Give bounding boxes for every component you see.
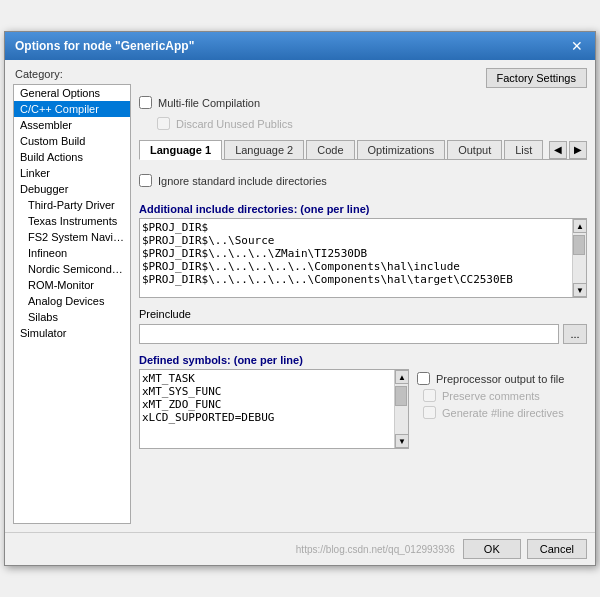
sidebar-item-texas[interactable]: Texas Instruments [14,213,130,229]
additional-include-section: Additional include directories: (one per… [139,197,587,298]
dialog-body: Category: General Options C/C++ Compiler… [5,60,595,532]
sidebar-item-rom-monitor[interactable]: ROM-Monitor [14,277,130,293]
sidebar: Category: General Options C/C++ Compiler… [13,68,131,524]
preinclude-label: Preinclude [139,308,587,320]
sidebar-item-build-actions[interactable]: Build Actions [14,149,130,165]
sidebar-item-general-options[interactable]: General Options [14,85,130,101]
scroll-down-btn[interactable]: ▼ [573,283,587,297]
defined-scroll-down-btn[interactable]: ▼ [395,434,409,448]
sidebar-item-debugger[interactable]: Debugger [14,181,130,197]
sidebar-item-assembler[interactable]: Assembler [14,117,130,133]
tab-navigation: ◀ ▶ [549,141,587,159]
watermark: https://blog.csdn.net/qq_012993936 [294,542,457,557]
main-panel: Factory Settings Multi-file Compilation … [139,68,587,524]
tabs-bar: Language 1 Language 2 Code Optimizations… [139,140,587,160]
defined-symbols-container: xMT_TASK xMT_SYS_FUNC xMT_ZDO_FUNC xLCD_… [139,369,409,449]
defined-scrollbar: ▲ ▼ [394,370,408,448]
tab-optimizations[interactable]: Optimizations [357,140,446,159]
factory-settings-button[interactable]: Factory Settings [486,68,587,88]
sidebar-item-fs2[interactable]: FS2 System Navig… [14,229,130,245]
dialog: Options for node "GenericApp" ✕ Category… [4,31,596,566]
ignore-row: Ignore standard include directories [139,174,587,187]
tab-code[interactable]: Code [306,140,354,159]
preprocessor-label: Preprocessor output to file [436,373,564,385]
preinclude-section: Preinclude ... [139,308,587,344]
preinclude-row: ... [139,324,587,344]
preserve-comments-checkbox[interactable] [423,389,436,402]
sidebar-item-third-party[interactable]: Third-Party Driver [14,197,130,213]
preserve-comments-label: Preserve comments [442,390,540,402]
additional-include-label: Additional include directories: (one per… [139,203,587,215]
dialog-footer: https://blog.csdn.net/qq_012993936 OK Ca… [5,532,595,565]
preprocessor-options-section: Preprocessor output to file Preserve com… [417,354,587,449]
scroll-track [573,233,586,283]
preinclude-browse-button[interactable]: ... [563,324,587,344]
preprocessor-checkbox[interactable] [417,372,430,385]
generate-directives-row: Generate #line directives [423,406,587,419]
generate-directives-label: Generate #line directives [442,407,564,419]
sidebar-item-linker[interactable]: Linker [14,165,130,181]
multifile-row: Multi-file Compilation [139,96,587,109]
scroll-thumb [573,235,585,255]
preserve-comments-row: Preserve comments [423,389,587,402]
tab-language1[interactable]: Language 1 [139,140,222,160]
title-bar: Options for node "GenericApp" ✕ [5,32,595,60]
sidebar-item-c-compiler[interactable]: C/C++ Compiler [14,101,130,117]
ok-button[interactable]: OK [463,539,521,559]
discard-checkbox[interactable] [157,117,170,130]
defined-symbols-textarea[interactable]: xMT_TASK xMT_SYS_FUNC xMT_ZDO_FUNC xLCD_… [140,370,394,448]
include-scrollbar: ▲ ▼ [572,219,586,297]
defined-scroll-up-btn[interactable]: ▲ [395,370,409,384]
defined-scroll-track [395,384,408,434]
discard-row: Discard Unused Publics [157,117,587,130]
generate-directives-checkbox[interactable] [423,406,436,419]
sidebar-item-nordic[interactable]: Nordic Semiconduc… [14,261,130,277]
tab-language2[interactable]: Language 2 [224,140,304,159]
ignore-label: Ignore standard include directories [158,175,327,187]
multifile-checkbox[interactable] [139,96,152,109]
preinclude-input[interactable] [139,324,559,344]
dialog-title: Options for node "GenericApp" [15,39,194,53]
bottom-section: Defined symbols: (one per line) xMT_TASK… [139,354,587,449]
tab-prev-button[interactable]: ◀ [549,141,567,159]
scroll-up-btn[interactable]: ▲ [573,219,587,233]
sidebar-item-silabs[interactable]: Silabs [14,309,130,325]
defined-scroll-thumb [395,386,407,406]
include-dirs-container: $PROJ_DIR$ $PROJ_DIR$\..\Source $PROJ_DI… [139,218,587,298]
discard-label: Discard Unused Publics [176,118,293,130]
tab-next-button[interactable]: ▶ [569,141,587,159]
defined-symbols-section: Defined symbols: (one per line) xMT_TASK… [139,354,409,449]
category-label: Category: [13,68,131,80]
preprocessor-row: Preprocessor output to file [417,372,587,385]
ignore-checkbox[interactable] [139,174,152,187]
tab-output[interactable]: Output [447,140,502,159]
sidebar-item-analog[interactable]: Analog Devices [14,293,130,309]
sidebar-item-simulator[interactable]: Simulator [14,325,130,341]
sidebar-list: General Options C/C++ Compiler Assembler… [13,84,131,524]
cancel-button[interactable]: Cancel [527,539,587,559]
defined-symbols-label: Defined symbols: (one per line) [139,354,409,366]
multifile-label: Multi-file Compilation [158,97,260,109]
top-bar: Factory Settings [139,68,587,88]
sidebar-item-custom-build[interactable]: Custom Build [14,133,130,149]
close-button[interactable]: ✕ [569,38,585,54]
include-dirs-textarea[interactable]: $PROJ_DIR$ $PROJ_DIR$\..\Source $PROJ_DI… [140,219,572,297]
tab-list[interactable]: List [504,140,543,159]
sidebar-item-infineon[interactable]: Infineon [14,245,130,261]
